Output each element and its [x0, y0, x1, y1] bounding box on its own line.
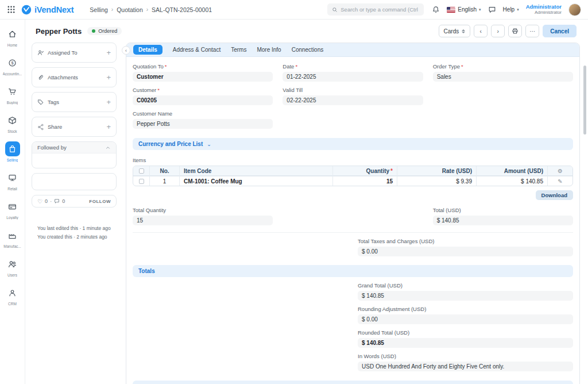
global-search[interactable] — [327, 3, 424, 16]
field-in-words: In Words (USD) USD One Hundred And Forty… — [358, 353, 573, 371]
share-label: Share — [48, 124, 62, 130]
app-logo[interactable]: iVendNext — [21, 5, 74, 15]
heart-icon[interactable]: ♡ — [37, 198, 42, 205]
scrollbar[interactable] — [583, 66, 586, 135]
sidebar-item-buying[interactable]: Buying — [0, 84, 25, 105]
collapse-side-panel-button[interactable]: ‹ — [122, 46, 130, 55]
status-badge: Ordered — [87, 27, 122, 35]
items-table: No. Item Code Quantity* Rate (USD) Amoun… — [133, 166, 573, 186]
add-share-button[interactable]: + — [106, 123, 111, 130]
sidebar-item-selling[interactable]: Selling — [0, 141, 25, 162]
download-button[interactable]: Download — [536, 190, 573, 200]
section-currency-price-list[interactable]: Currency and Price List ⌄ — [133, 138, 573, 150]
field-rounding-adjustment: Rounding Adjustment (USD) $ 0.00 — [358, 306, 573, 324]
sidebar-item-crm[interactable]: CRM — [0, 285, 25, 306]
sidebar-item-stock[interactable]: Stock — [0, 113, 25, 133]
tab-terms[interactable]: Terms — [231, 47, 246, 53]
field-valid-till: Valid Till 02-22-2025 — [283, 87, 423, 105]
items-section-label: Items — [133, 157, 573, 163]
breadcrumb-selling[interactable]: Selling — [90, 6, 108, 13]
avatar[interactable] — [568, 3, 581, 16]
assigned-to-section: Assigned To + — [32, 43, 117, 63]
col-item-code: Item Code — [179, 166, 332, 176]
pos-monitor-icon — [5, 170, 20, 185]
search-icon — [332, 7, 338, 13]
total-taxes-input: $ 0.00 — [358, 247, 573, 256]
table-settings-gear-icon[interactable]: ⚙ — [558, 167, 563, 176]
like-count: 0 — [45, 198, 48, 204]
select-all-checkbox[interactable] — [139, 168, 144, 174]
section-divider — [133, 232, 573, 233]
module-sidebar: Home $ Accountin... Buying Stock — [0, 20, 25, 384]
tab-details[interactable]: Details — [133, 45, 163, 55]
tab-connections[interactable]: Connections — [292, 47, 324, 53]
quotation-form: ‹ Details Address & Contact Terms More I… — [126, 43, 580, 384]
form-tabs: Details Address & Contact Terms More Inf… — [126, 43, 579, 57]
collapse-chevron-icon[interactable] — [105, 145, 111, 151]
share-section: Share + — [32, 117, 117, 137]
tab-address-contact[interactable]: Address & Contact — [173, 47, 220, 53]
sidebar-item-users[interactable]: Users — [0, 256, 25, 277]
logo-text: iVendNext — [34, 5, 74, 14]
field-customer-name: Customer Name Pepper Potts — [133, 110, 273, 129]
user-menu[interactable]: Administrator Administrator — [526, 3, 562, 16]
main-content: Pepper Potts Ordered Cards ‹ › ··· Cance… — [25, 20, 588, 384]
sidebar-item-manufacturing[interactable]: Manufac... — [0, 228, 25, 248]
cards-view-button[interactable]: Cards — [439, 25, 471, 37]
sidebar-item-retail[interactable]: Retail — [0, 170, 25, 191]
follow-button[interactable]: FOLLOW — [89, 199, 111, 204]
section-totals[interactable]: Totals — [133, 265, 573, 277]
menu-ellipsis-button[interactable]: ··· — [525, 25, 539, 37]
printer-icon — [512, 28, 519, 34]
items-table-row: 1 CM-1001: Coffee Mug 15 $ 9.39 $ 140.85… — [133, 176, 572, 186]
sidebar-item-accounting[interactable]: $ Accountin... — [0, 55, 25, 76]
next-document-button[interactable]: › — [491, 25, 505, 37]
created-text: You created this · 2 minutes ago — [37, 233, 111, 241]
field-customer: Customer* C00205 — [133, 87, 273, 105]
add-attachment-button[interactable]: + — [106, 74, 111, 81]
total-input: $ 140.85 — [433, 216, 573, 225]
field-total-taxes: Total Taxes and Charges (USD) $ 0.00 — [358, 238, 573, 256]
section-additional-discount[interactable]: Additional Discount ⌄ — [133, 381, 573, 384]
select-caret-icon — [462, 29, 465, 33]
row-rate: $ 9.39 — [397, 176, 476, 186]
prev-document-button[interactable]: ‹ — [474, 25, 488, 37]
breadcrumb: Selling › Quotation › SAL-QTN-2025-00001 — [90, 6, 212, 13]
feedback-chat-icon[interactable] — [488, 6, 496, 14]
comment-icon[interactable] — [54, 198, 60, 204]
empty-panel-box — [32, 173, 117, 190]
cancel-button[interactable]: Cancel — [543, 25, 577, 37]
breadcrumb-current-doc[interactable]: SAL-QTN-2025-00001 — [152, 6, 212, 13]
share-icon — [37, 124, 44, 130]
tab-more-info[interactable]: More Info — [257, 47, 281, 53]
sidebar-item-loyalty[interactable]: Loyalty — [0, 199, 25, 220]
field-total: Total (USD) $ 140.85 — [433, 207, 573, 225]
row-quantity: 15 — [332, 176, 397, 186]
print-button[interactable] — [508, 25, 522, 37]
help-menu[interactable]: Help ▾ — [503, 6, 519, 13]
sidebar-item-home[interactable]: Home — [0, 26, 25, 47]
bag-icon — [5, 141, 20, 156]
language-label: English — [458, 6, 477, 13]
edit-row-pencil-icon[interactable]: ✎ — [558, 177, 562, 186]
tags-section: Tags + — [32, 92, 117, 112]
apps-grid-icon[interactable] — [7, 5, 16, 14]
paperclip-icon — [37, 74, 44, 81]
add-tag-button[interactable]: + — [106, 98, 111, 106]
total-quantity-input: 15 — [133, 216, 273, 225]
add-assignment-button[interactable]: + — [106, 49, 111, 56]
user-role: Administrator — [535, 10, 562, 16]
accounting-icon: $ — [5, 55, 20, 70]
chevron-down-icon: ▾ — [479, 7, 481, 12]
attachments-section: Attachments + — [32, 67, 117, 87]
search-input[interactable] — [341, 6, 419, 13]
row-checkbox[interactable] — [139, 179, 144, 184]
col-amount: Amount (USD) — [476, 166, 547, 176]
crm-person-icon — [5, 285, 20, 300]
language-selector[interactable]: English ▾ — [447, 6, 481, 13]
rounded-total-input: $ 140.85 — [358, 338, 573, 348]
breadcrumb-quotation[interactable]: Quotation — [117, 6, 143, 13]
row-amount: $ 140.85 — [476, 176, 547, 186]
breadcrumb-separator: › — [111, 6, 113, 13]
notifications-bell-icon[interactable] — [432, 6, 440, 14]
